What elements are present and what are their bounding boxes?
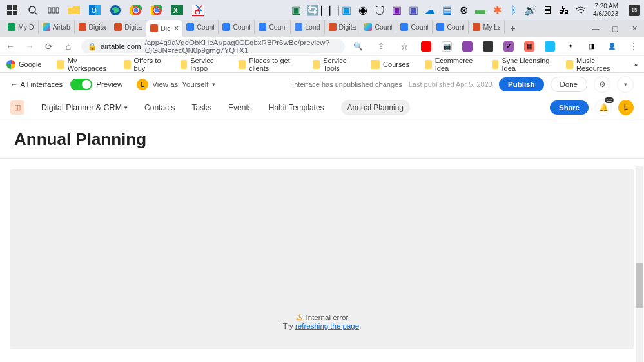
window-minimize[interactable]: —	[586, 20, 605, 37]
tab-close-icon[interactable]: ×	[173, 24, 179, 33]
nav-tab[interactable]: Events	[228, 103, 252, 112]
bookmarks-overflow[interactable]: »	[634, 61, 638, 68]
tray-app-6-icon[interactable]: ▤	[442, 6, 451, 15]
bookmark-item[interactable]: My Workspaces	[57, 57, 108, 72]
done-button[interactable]: Done	[551, 77, 588, 92]
start-button[interactable]	[6, 5, 18, 16]
refresh-page-link[interactable]: refreshing the page	[295, 322, 359, 330]
bookmark-item[interactable]: Service Inspo	[181, 57, 224, 72]
nav-forward-button[interactable]: →	[23, 40, 36, 53]
browser-tab[interactable]: Digita	[325, 20, 361, 34]
tray-app-7-icon[interactable]: ⊗	[459, 6, 468, 15]
snip-tool-icon[interactable]	[192, 5, 204, 16]
tray-wifi-icon[interactable]	[576, 6, 585, 15]
nav-tab[interactable]: Tasks	[191, 103, 211, 112]
nav-tab[interactable]: Annual Planning	[341, 100, 410, 115]
browser-tab[interactable]: Count	[433, 20, 469, 34]
browser-tab[interactable]: Count	[182, 20, 219, 34]
tray-teams-icon[interactable]: ▣	[409, 6, 418, 15]
window-maximize[interactable]: ▢	[605, 20, 625, 37]
extensions-puzzle-icon[interactable]: ✦	[565, 41, 576, 52]
bookmark-item[interactable]: Music Resources	[566, 57, 618, 72]
bookmark-item[interactable]: Offers to buy	[124, 57, 165, 72]
browser-tab[interactable]: Count	[396, 20, 433, 34]
ext-3-icon[interactable]	[462, 41, 473, 52]
window-close[interactable]: ✕	[625, 20, 644, 37]
browser-tab[interactable]: Digita	[75, 20, 111, 34]
tab-label: My D	[18, 23, 34, 31]
file-explorer-icon[interactable]	[68, 5, 80, 16]
chrome-icon-2[interactable]	[151, 5, 162, 16]
nav-back-button[interactable]: ←	[4, 40, 17, 53]
nav-tab[interactable]: Habit Templates	[269, 103, 324, 112]
tray-app-4-icon[interactable]: ▣	[342, 6, 351, 15]
tray-app-3-icon[interactable]: ❘❘❘	[325, 6, 334, 15]
outlook-icon[interactable]: O	[89, 5, 101, 16]
edge-icon[interactable]	[110, 5, 121, 16]
app-name-dropdown[interactable]: Digital Planner & CRM ▾	[41, 103, 128, 112]
bookmark-item[interactable]: Google	[6, 57, 41, 72]
settings-gear-icon[interactable]: ⚙	[594, 76, 610, 93]
tray-onenote-icon[interactable]: ▣	[392, 6, 401, 15]
tray-onedrive-icon[interactable]: ☁	[425, 6, 434, 15]
more-chevron-icon[interactable]: ▾	[617, 76, 634, 93]
browser-tab[interactable]: My D	[4, 20, 39, 34]
tray-security-icon[interactable]	[375, 6, 384, 15]
ext-youtube-icon[interactable]	[421, 41, 431, 52]
tray-volume-icon[interactable]: 🔊	[526, 6, 535, 15]
chrome-menu-icon[interactable]: ⋮	[627, 40, 640, 53]
tray-display-icon[interactable]: 🖥	[543, 6, 552, 15]
preview-toggle[interactable]	[70, 79, 92, 90]
tray-network-icon[interactable]: 🖧	[560, 6, 569, 15]
all-interfaces-link[interactable]: ← All interfaces	[10, 81, 63, 88]
ext-camera-icon[interactable]: 📷	[442, 41, 452, 52]
notifications-bell-icon[interactable]: 🔔92	[595, 99, 612, 116]
chrome-icon-1[interactable]	[130, 5, 142, 16]
zoom-icon[interactable]: 🔍	[351, 40, 364, 53]
browser-tab[interactable]: Digita	[110, 20, 146, 34]
browser-tab[interactable]: My La	[469, 20, 505, 34]
tray-app-9-icon[interactable]: ✱	[493, 6, 502, 15]
ext-5-icon[interactable]: ✔	[503, 41, 514, 52]
bookmark-label: Ecommerce Idea	[435, 57, 476, 72]
bookmark-item[interactable]: Courses	[371, 57, 409, 72]
nav-tab[interactable]: Contacts	[144, 103, 175, 112]
profile-avatar-icon[interactable]: 👤	[607, 41, 617, 52]
share-page-icon[interactable]: ⇪	[375, 40, 387, 53]
tray-bluetooth-icon[interactable]: ᛒ	[509, 6, 518, 15]
bookmark-item[interactable]: Sync Licensing Idea	[492, 57, 551, 72]
publish-button[interactable]: Publish	[499, 77, 544, 91]
excel-icon[interactable]: X	[171, 5, 183, 16]
page-scrollbar[interactable]	[636, 166, 643, 362]
tray-app-1-icon[interactable]: ▣	[291, 6, 300, 15]
browser-tab[interactable]: Dig×	[146, 20, 182, 37]
bookmark-star-icon[interactable]: ☆	[398, 40, 411, 53]
browser-tab[interactable]: Airtab	[39, 20, 75, 34]
task-view-icon[interactable]	[48, 5, 59, 16]
nav-reload-button[interactable]: ⟳	[43, 40, 55, 53]
bookmark-item[interactable]: Places to get clients	[239, 57, 297, 72]
ext-4-icon[interactable]	[483, 41, 493, 52]
nav-home-button[interactable]: ⌂	[62, 40, 75, 53]
scrollbar-thumb[interactable]	[636, 263, 643, 308]
browser-tab[interactable]: Lond	[291, 20, 324, 34]
side-panel-icon[interactable]: ◨	[586, 41, 596, 52]
browser-tab[interactable]: Count	[255, 20, 291, 34]
action-center-icon[interactable]: 15	[629, 5, 640, 16]
ext-6-icon[interactable]: ▦	[524, 41, 534, 52]
taskbar-clock[interactable]: 7:20 AM 4/6/2023	[593, 3, 621, 18]
new-tab-button[interactable]: +	[505, 23, 520, 33]
bookmark-item[interactable]: Ecommerce Idea	[425, 57, 476, 72]
share-button[interactable]: Share	[550, 100, 589, 115]
bookmark-item[interactable]: Service Tools	[313, 57, 355, 72]
browser-tab[interactable]: Count	[219, 20, 255, 34]
tray-app-2-icon[interactable]: 🔄	[308, 6, 317, 15]
tray-app-8-icon[interactable]: ▬	[476, 6, 485, 15]
user-avatar[interactable]: L	[618, 100, 634, 115]
view-as-dropdown[interactable]: L View as Yourself ▾	[137, 79, 215, 90]
ext-7-icon[interactable]	[545, 41, 555, 52]
url-input[interactable]: 🔒 airtable.com/app4g9aVgeObKHeAr/pag0CEq…	[81, 39, 345, 53]
tray-app-5-icon[interactable]: ◉	[358, 6, 367, 15]
browser-tab[interactable]: Count	[360, 20, 396, 34]
search-icon[interactable]	[27, 5, 39, 16]
